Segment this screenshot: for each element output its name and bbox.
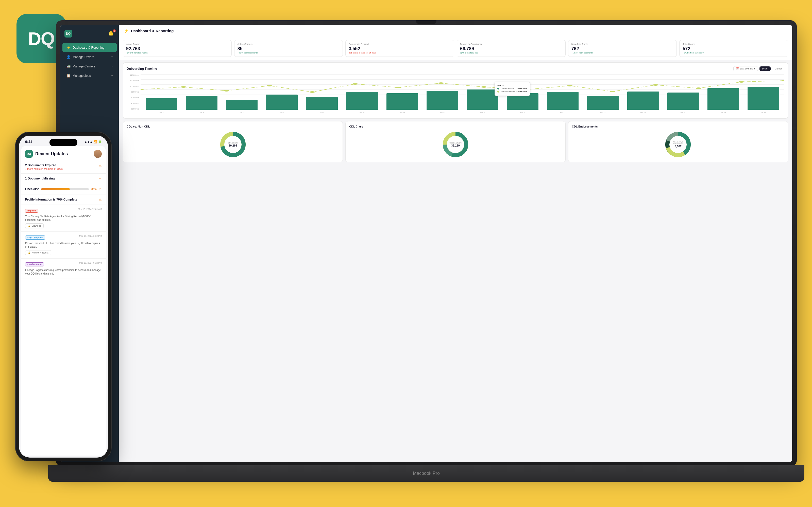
svg-point-15 (781, 80, 784, 81)
stat-label: Drivers In Compliance (460, 43, 562, 45)
tab-carrier[interactable]: Carrier (772, 66, 784, 71)
sidebar-item-carriers[interactable]: 🚛 Manage Carriers ▾ (62, 62, 117, 71)
app-header: DQ Recent Updates (21, 146, 106, 161)
main-content: ⚡ Dashboard & Reporting Active Drivers 9… (119, 25, 792, 462)
x-label: Mar 23 (583, 112, 623, 113)
sidebar-item-drivers[interactable]: 👤 Manage Drivers ▾ (62, 52, 117, 61)
progress-bar (41, 188, 89, 190)
period-selector[interactable]: 📅 Last 30 days ▾ (733, 66, 758, 71)
stat-value: 572 (682, 46, 785, 51)
checklist-label: Checklist (25, 187, 39, 191)
svg-point-4 (310, 91, 315, 93)
x-label: Mar 13 (382, 112, 422, 113)
svg-point-1 (181, 86, 186, 88)
lock-icon: 🔒 (28, 251, 31, 254)
stat-value: 762 (571, 46, 674, 51)
donut-svg-wrap: T. Double/TripleTrailers Drivers 5,582 (664, 130, 692, 158)
macbook-container: DQ 🔔 3 ⚡ Dashboard & Reporting (56, 20, 797, 482)
update-docs-expired[interactable]: 2 Documents Expired 1 more expire in the… (21, 161, 106, 174)
donut-title: CDL Endorsements (572, 125, 598, 128)
sidebar-item-label: Manage Jobs (72, 74, 91, 77)
battery-icon: 🔋 (98, 140, 102, 144)
stat-label: Active Drivers (126, 43, 229, 45)
svg-point-2 (223, 90, 229, 92)
macbook-base-label: Macbook Pro (48, 465, 804, 482)
tag-expired: Expired (25, 209, 38, 213)
donut-svg-wrap: CDL Drivers 60,295 (219, 130, 247, 158)
macbook-notch (416, 20, 437, 24)
donut-content: CDL Drivers 60,295 (126, 130, 339, 158)
svg-point-6 (395, 87, 401, 88)
profile-item[interactable]: Profile Information is 70% Complete ⚠ (21, 194, 106, 205)
donut-center: CDL Drivers 60,295 (228, 142, 238, 147)
stat-label: New Jobs Posted (571, 43, 674, 45)
tag-carrier: Carrier Invite (25, 262, 44, 267)
sidebar-item-dashboard[interactable]: ⚡ Dashboard & Reporting (62, 43, 117, 52)
sidebar-logo: DQ (64, 30, 72, 38)
onboarding-chart: Onboarding Timeline 📅 Last 30 days ▾ Dri… (123, 62, 788, 119)
notification-badge: 3 (113, 30, 116, 33)
notification-bell[interactable]: 🔔 3 (108, 31, 115, 37)
svg-point-10 (567, 85, 572, 87)
chart-header: Onboarding Timeline 📅 Last 30 days ▾ Dri… (126, 66, 784, 71)
stat-change: +24.4% from last month (682, 52, 785, 54)
x-label: Mar 15 (422, 112, 462, 113)
svg-point-5 (352, 83, 358, 85)
x-label: Mar 9 (302, 112, 342, 113)
donut-svg-wrap: Class A Drivers 32,169 (442, 130, 469, 158)
feed-date: Mar 19, 2024 12:01 AM (78, 208, 102, 210)
donut-cdl-endorsements: CDL Endorsements (568, 121, 788, 162)
update-title: 1 Document Missing (25, 177, 55, 180)
tag-dqid: DQID Request (25, 235, 45, 239)
avatar[interactable] (94, 150, 102, 158)
x-label: Mar 19 (503, 112, 543, 113)
sidebar-item-label: Dashboard & Reporting (72, 46, 104, 49)
update-sub: 1 more expire in the next 14 days (25, 168, 63, 170)
chart-tooltip: Mar 17 Current Month 95 Drivers Previous… (495, 82, 530, 96)
stat-compliance: Drivers In Compliance 66,789 72% of the … (457, 40, 566, 57)
phone-body: 9:41 ▲▲▲ 📶 🔋 DQ Recent Updates (15, 132, 112, 461)
donut-value: 60,295 (228, 144, 238, 147)
warning-icon: ⚠ (98, 177, 102, 181)
sidebar-item-jobs[interactable]: 📋 Manage Jobs ▾ (62, 71, 117, 80)
x-label: Mar 21 (543, 112, 583, 113)
phone-screen: 9:41 ▲▲▲ 📶 🔋 DQ Recent Updates (19, 135, 108, 458)
macbook-base: Macbook Pro (48, 465, 804, 482)
chart-title: Onboarding Timeline (126, 67, 157, 70)
feed-item-dqid: DQID Request Mar 18, 2024 6:32 PM Castor… (21, 232, 106, 259)
app-title: Recent Updates (35, 151, 68, 156)
chevron-icon: ▾ (111, 74, 113, 77)
dynamic-island (49, 139, 78, 146)
donut-title: CDL Class (349, 125, 363, 128)
x-axis-labels: Mar 1Mar 3Mar 5Mar 7Mar 9Mar 11Mar 13Mar… (141, 110, 784, 115)
tooltip-prev-value: 106 Drivers (516, 91, 527, 93)
bar-chart: 140 Drivers 120 Drivers 100 Drivers 80 D… (126, 74, 784, 115)
macbook-screen: DQ 🔔 3 ⚡ Dashboard & Reporting (60, 25, 792, 462)
donut-content: Class A Drivers 32,169 (349, 130, 562, 158)
app-header-left: DQ Recent Updates (25, 150, 68, 158)
prev-dot (497, 91, 499, 93)
x-label: Mar 27 (663, 112, 703, 113)
y-axis-labels: 140 Drivers 120 Drivers 100 Drivers 80 D… (126, 74, 141, 110)
donut-cdl-vs-noncdl: CDL vs. Non-CDL CDL Drivers (123, 121, 343, 162)
x-label: Mar 1 (142, 112, 182, 113)
checklist-row[interactable]: Checklist 60% ⚠ (21, 184, 106, 194)
phone-status-icons: ▲▲▲ 📶 🔋 (84, 140, 102, 144)
review-request-button[interactable]: 🔒 Review Request (25, 250, 51, 255)
drivers-icon: 👤 (66, 55, 70, 59)
app-logo: DQ (25, 150, 33, 158)
warning-icon: ⚠ (98, 187, 102, 191)
sidebar-header: DQ 🔔 3 (60, 28, 119, 42)
stat-change: +15.1% from last month (571, 52, 674, 54)
wifi-icon: 📶 (94, 140, 97, 144)
x-label: Mar 3 (182, 112, 222, 113)
x-label: Mar 25 (623, 112, 663, 113)
update-doc-missing[interactable]: 1 Document Missing ⚠ (21, 174, 106, 184)
feed-item-carrier: Carrier Invite Mar 18, 2024 6:32 PM Line… (21, 259, 106, 279)
svg-point-7 (438, 82, 444, 84)
stat-label: Active Carriers (238, 43, 340, 45)
carriers-icon: 🚛 (66, 64, 70, 68)
view-file-button[interactable]: 🔒 View File (25, 223, 44, 228)
feed-description: Castor Transport LLC has asked to view y… (25, 241, 102, 249)
tab-driver[interactable]: Driver (759, 66, 771, 71)
